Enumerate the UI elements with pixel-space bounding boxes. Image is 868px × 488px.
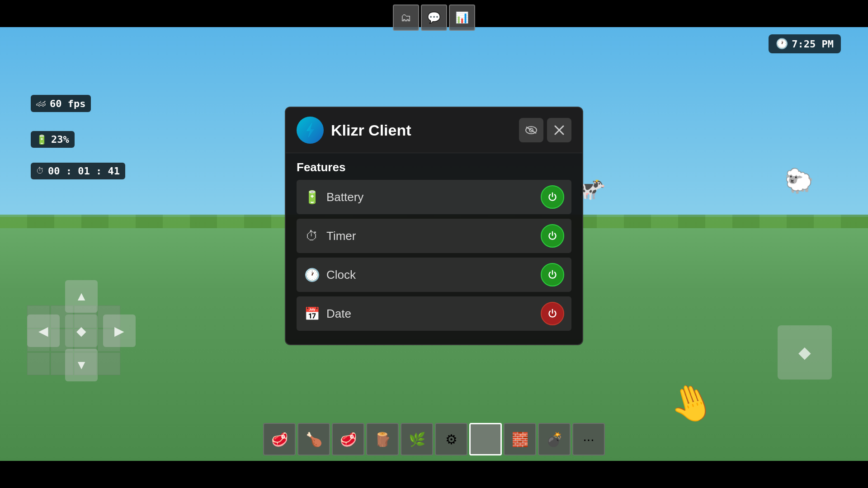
power-icon-4 <box>547 309 557 319</box>
modal-header: Klizr Client <box>286 108 582 153</box>
battery-toggle[interactable] <box>541 185 564 209</box>
clock-feature-name: Clock <box>326 268 534 282</box>
svg-marker-1 <box>307 123 314 137</box>
power-icon-3 <box>547 270 557 280</box>
eye-icon <box>525 126 537 134</box>
feature-date[interactable]: 📅 Date <box>297 296 571 331</box>
timer-toggle[interactable] <box>541 224 564 248</box>
timer-feature-name: Timer <box>326 229 534 243</box>
close-button[interactable] <box>547 118 571 142</box>
modal-overlay: Klizr Client Featur <box>0 0 868 488</box>
modal-body: Features 🔋 Battery ⏱ Timer <box>286 153 582 344</box>
date-feature-name: Date <box>326 307 534 321</box>
clock-feature-icon: 🕐 <box>304 267 320 282</box>
power-icon <box>547 192 557 202</box>
klizr-logo <box>297 117 324 144</box>
battery-feature-name: Battery <box>326 190 534 204</box>
features-label: Features <box>297 160 571 174</box>
feature-clock[interactable]: 🕐 Clock <box>297 258 571 292</box>
logo-icon <box>302 122 318 138</box>
date-toggle[interactable] <box>541 302 564 325</box>
clock-toggle[interactable] <box>541 263 564 286</box>
date-feature-icon: 📅 <box>304 306 320 321</box>
eye-button[interactable] <box>519 118 543 142</box>
close-icon <box>554 125 564 135</box>
timer-feature-icon: ⏱ <box>304 229 320 244</box>
klizr-client-modal: Klizr Client Featur <box>285 107 583 345</box>
modal-header-buttons <box>519 118 571 142</box>
battery-feature-icon: 🔋 <box>304 190 320 205</box>
feature-battery[interactable]: 🔋 Battery <box>297 180 571 214</box>
feature-timer[interactable]: ⏱ Timer <box>297 219 571 253</box>
modal-title: Klizr Client <box>331 122 512 139</box>
power-icon-2 <box>547 231 557 241</box>
